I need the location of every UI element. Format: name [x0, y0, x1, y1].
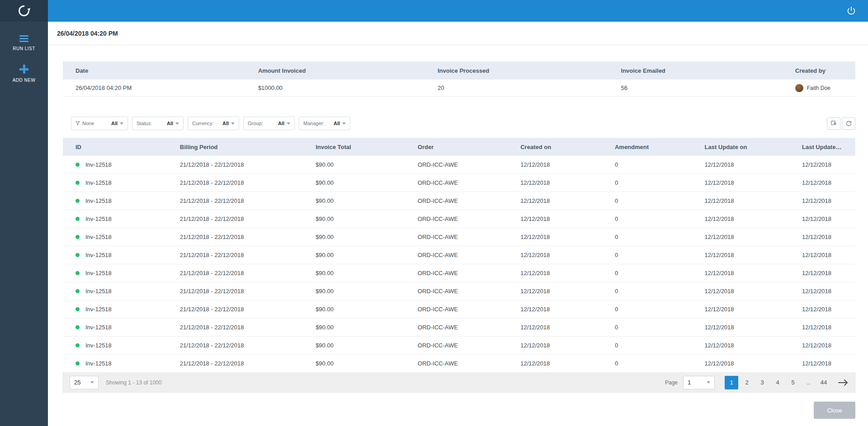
- last-update-by: 12/12/2018: [802, 161, 843, 168]
- table-row[interactable]: Inv-12518 21/12/2018 - 22/12/2018 $90.00…: [63, 355, 855, 373]
- last-update-by: 12/12/2018: [802, 342, 843, 349]
- invoice-total: $90.00: [316, 197, 418, 204]
- invoice-id: Inv-12518: [85, 161, 112, 168]
- invoice-id: Inv-12518: [85, 197, 112, 204]
- table-row[interactable]: Inv-12518 21/12/2018 - 22/12/2018 $90.00…: [63, 210, 855, 228]
- chevron-down-icon: [287, 122, 290, 125]
- filter-group-dropdown[interactable]: Group: All: [243, 117, 295, 130]
- invoice-id-cell: Inv-12518: [75, 197, 180, 204]
- order: ORD-ICC-AWE: [418, 179, 520, 186]
- billing-period: 21/12/2018 - 22/12/2018: [180, 324, 316, 331]
- logo-icon: [18, 5, 30, 17]
- table-footer: 25 Showing 1 - 13 of 1000 Page 1 12345..…: [63, 373, 855, 393]
- status-dot-icon: [75, 361, 80, 365]
- page-size-select[interactable]: 25: [70, 376, 99, 389]
- invoice-id-cell: Inv-12518: [75, 342, 180, 349]
- page-button-..[interactable]: ..: [802, 376, 815, 389]
- chevron-down-icon: [342, 122, 346, 125]
- invoice-total: $90.00: [316, 342, 418, 349]
- page-button-1[interactable]: 1: [725, 376, 738, 389]
- page-button-5[interactable]: 5: [786, 376, 800, 389]
- table-row[interactable]: Inv-12518 21/12/2018 - 22/12/2018 $90.00…: [63, 337, 855, 355]
- avatar: [795, 84, 803, 92]
- summary-invoice-processed: 20: [438, 84, 621, 91]
- summary-data-row[interactable]: 26/04/2018 04:20 PM $1000.00 20 56 Faith…: [63, 80, 855, 97]
- status-dot-icon: [75, 307, 80, 311]
- invoice-total: $90.00: [316, 252, 418, 258]
- last-update-by: 12/12/2018: [802, 215, 843, 222]
- summary-col-invoice-emailed: Invoice Emailed: [621, 67, 795, 74]
- next-page-button[interactable]: [838, 379, 849, 387]
- filter-status-value: All: [167, 121, 173, 126]
- table-row[interactable]: Inv-12518 21/12/2018 - 22/12/2018 $90.00…: [63, 246, 855, 264]
- invoice-total: $90.00: [316, 161, 418, 168]
- filter-none-dropdown[interactable]: None All: [71, 117, 128, 130]
- invoice-total: $90.00: [316, 234, 418, 240]
- invoice-total: $90.00: [316, 215, 418, 222]
- filter-group-label: Group:: [248, 121, 263, 126]
- power-icon: [846, 6, 856, 16]
- summary-col-invoice-processed: Invoice Processed: [438, 67, 621, 74]
- filter-status-dropdown[interactable]: Status: All: [132, 117, 184, 130]
- showing-text: Showing 1 - 13 of 1000: [106, 379, 161, 386]
- page-button-3[interactable]: 3: [755, 376, 769, 389]
- page-button-44[interactable]: 44: [817, 376, 830, 389]
- invoice-id: Inv-12518: [85, 306, 112, 313]
- app-root: RUN LIST ADD NEW 26/04/2018 04:20 PM Dat: [0, 0, 868, 426]
- table-row[interactable]: Inv-12518 21/12/2018 - 22/12/2018 $90.00…: [63, 300, 855, 318]
- last-update-by: 12/12/2018: [802, 234, 843, 240]
- col-last-update-on: Last Update on: [704, 144, 802, 150]
- sidebar-item-add-new[interactable]: ADD NEW: [0, 65, 48, 83]
- summary-col-amount-invoiced: Amount Invoiced: [258, 67, 438, 74]
- chevron-down-icon: [90, 381, 94, 384]
- invoice-id-cell: Inv-12518: [75, 270, 180, 276]
- col-amendment: Amendment: [615, 144, 705, 150]
- summary-date: 26/04/2018 04:20 PM: [75, 84, 258, 91]
- filter-funnel-icon: [75, 121, 80, 126]
- summary-col-created-by: Created by: [795, 67, 843, 74]
- refresh-button[interactable]: [842, 117, 855, 130]
- invoice-total: $90.00: [316, 306, 418, 313]
- table-row[interactable]: Inv-12518 21/12/2018 - 22/12/2018 $90.00…: [63, 264, 855, 282]
- table-row[interactable]: Inv-12518 21/12/2018 - 22/12/2018 $90.00…: [63, 156, 855, 174]
- topbar: [48, 0, 868, 22]
- filter-currency-dropdown[interactable]: Currency: All: [188, 117, 239, 130]
- invoice-id-cell: Inv-12518: [75, 252, 180, 258]
- page-number-select[interactable]: 1: [683, 376, 715, 389]
- billing-period: 21/12/2018 - 22/12/2018: [180, 270, 316, 276]
- app-logo[interactable]: [0, 0, 48, 22]
- order: ORD-ICC-AWE: [418, 342, 520, 349]
- chevron-down-icon: [231, 122, 235, 125]
- sidebar-item-run-list[interactable]: RUN LIST: [0, 35, 48, 51]
- chevron-down-icon: [120, 122, 123, 125]
- billing-period: 21/12/2018 - 22/12/2018: [180, 360, 316, 367]
- invoice-id-cell: Inv-12518: [75, 161, 180, 168]
- billing-period: 21/12/2018 - 22/12/2018: [180, 179, 316, 186]
- table-row[interactable]: Inv-12518 21/12/2018 - 22/12/2018 $90.00…: [63, 192, 855, 210]
- table-row[interactable]: Inv-12518 21/12/2018 - 22/12/2018 $90.00…: [63, 282, 855, 300]
- filter-manager-label: Manager:: [303, 121, 324, 126]
- table-row[interactable]: Inv-12518 21/12/2018 - 22/12/2018 $90.00…: [63, 174, 855, 192]
- table-row[interactable]: Inv-12518 21/12/2018 - 22/12/2018 $90.00…: [63, 318, 855, 337]
- table-row[interactable]: Inv-12518 21/12/2018 - 22/12/2018 $90.00…: [63, 228, 855, 246]
- invoice-id: Inv-12518: [85, 342, 112, 349]
- last-update-on: 12/12/2018: [704, 342, 802, 349]
- summary-col-date: Date: [75, 67, 258, 74]
- status-dot-icon: [75, 289, 80, 293]
- select-rows-button[interactable]: [827, 117, 840, 130]
- page-title: 26/04/2018 04:20 PM: [57, 30, 118, 37]
- last-update-on: 12/12/2018: [704, 234, 802, 240]
- page-button-4[interactable]: 4: [771, 376, 784, 389]
- page-button-2[interactable]: 2: [740, 376, 754, 389]
- power-button[interactable]: [846, 6, 856, 16]
- billing-period: 21/12/2018 - 22/12/2018: [180, 252, 316, 258]
- status-dot-icon: [75, 163, 80, 167]
- last-update-by: 12/12/2018: [802, 179, 843, 186]
- filter-manager-dropdown[interactable]: Manager: All: [299, 117, 350, 130]
- last-update-by: 12/12/2018: [802, 288, 843, 295]
- content: Date Amount Invoiced Invoice Processed I…: [48, 45, 868, 426]
- close-button[interactable]: Close: [814, 402, 855, 419]
- order: ORD-ICC-AWE: [418, 288, 520, 295]
- created-on: 12/12/2018: [520, 161, 615, 168]
- amendment: 0: [615, 324, 705, 331]
